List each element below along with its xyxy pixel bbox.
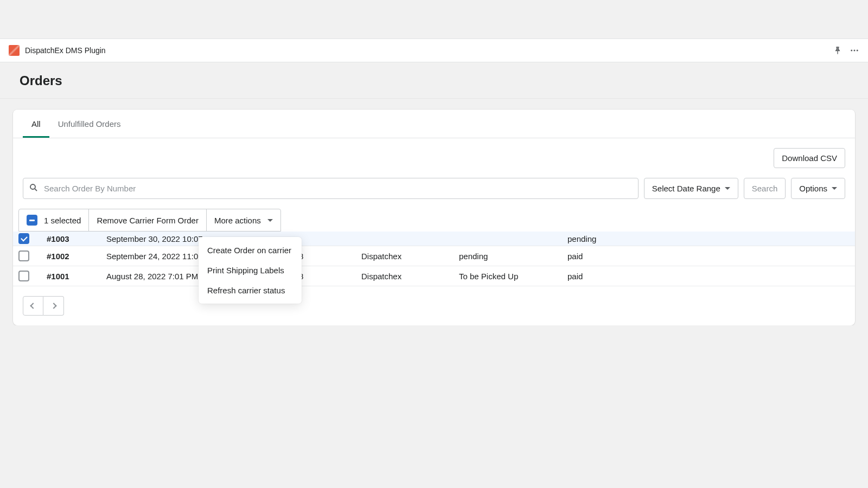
table-row[interactable]: #1001 August 28, 2022 7:01 PM 2012290498…: [13, 266, 855, 286]
menu-item-print-labels[interactable]: Print Shipping Labels: [199, 260, 302, 280]
options-label: Options: [799, 184, 827, 193]
options-button[interactable]: Options: [791, 178, 845, 199]
table-row[interactable]: #1002 September 24, 2022 11:0 2012290508…: [13, 246, 855, 266]
search-icon: [29, 183, 39, 194]
select-date-range-label: Select Date Range: [652, 184, 720, 193]
menu-item-refresh-status[interactable]: Refresh carrier status: [199, 280, 302, 300]
more-actions-button[interactable]: More actions: [207, 209, 280, 231]
order-payment: paid: [567, 272, 850, 281]
select-date-range-button[interactable]: Select Date Range: [644, 178, 738, 199]
app-title: DispatchEx DMS Plugin: [25, 46, 106, 55]
page-header: Orders: [0, 62, 868, 99]
svg-point-2: [857, 50, 858, 52]
bulk-select-cell: 1 selected: [19, 209, 89, 231]
search-button[interactable]: Search: [744, 178, 786, 199]
search-row: Select Date Range Search Options: [13, 168, 855, 209]
topbar-right: [833, 46, 859, 55]
chevron-right-icon: [50, 303, 56, 309]
order-id: #1001: [47, 272, 106, 281]
next-page-button[interactable]: [43, 296, 64, 316]
chevron-down-icon: [832, 187, 837, 190]
order-id: #1002: [47, 252, 106, 261]
chevron-left-icon: [30, 303, 36, 309]
topbar-left: DispatchEx DMS Plugin: [9, 45, 106, 56]
app-logo-icon: [9, 45, 20, 56]
svg-point-3: [30, 184, 35, 189]
selected-count-label: 1 selected: [44, 216, 81, 225]
order-carrier: Dispatchex: [361, 252, 459, 261]
chevron-down-icon: [725, 187, 730, 190]
search-input-wrap: [23, 178, 639, 199]
order-id: #1003: [47, 234, 106, 243]
row-checkbox[interactable]: [18, 251, 29, 261]
order-status: pending: [459, 252, 567, 261]
svg-point-0: [851, 50, 852, 52]
svg-line-4: [35, 189, 37, 191]
tab-unfulfilled[interactable]: Unfulfilled Orders: [49, 110, 130, 138]
row-checkbox[interactable]: [18, 271, 29, 281]
pagination: [13, 286, 855, 325]
bulk-actions-wrap: 1 selected Remove Carrier Form Order Mor…: [13, 209, 855, 286]
order-payment: pending: [567, 234, 850, 243]
more-actions-label: More actions: [214, 216, 261, 225]
bulk-actions-bar: 1 selected Remove Carrier Form Order Mor…: [18, 209, 281, 232]
menu-item-create-order[interactable]: Create Order on carrier: [199, 240, 302, 260]
page-title: Orders: [20, 73, 848, 88]
orders-card: All Unfulfilled Orders Download CSV Sele…: [13, 110, 855, 325]
order-payment: paid: [567, 252, 850, 261]
tab-all[interactable]: All: [23, 110, 49, 138]
chevron-down-icon: [267, 219, 273, 222]
table-row[interactable]: #1003 September 30, 2022 10:07 pending: [13, 232, 855, 246]
prev-page-button[interactable]: [23, 296, 43, 316]
svg-point-1: [854, 50, 856, 52]
row-checkbox[interactable]: [18, 233, 29, 244]
search-input[interactable]: [42, 178, 633, 198]
pin-icon[interactable]: [833, 46, 842, 55]
more-menu-icon[interactable]: [850, 46, 859, 55]
orders-table-body: #1003 September 30, 2022 10:07 pending #…: [13, 232, 855, 286]
more-actions-dropdown: Create Order on carrier Print Shipping L…: [199, 237, 302, 304]
download-csv-button[interactable]: Download CSV: [774, 148, 845, 168]
order-status: To be Picked Up: [459, 272, 567, 281]
remove-carrier-button[interactable]: Remove Carrier Form Order: [89, 209, 207, 231]
order-carrier: Dispatchex: [361, 272, 459, 281]
toolbar-top: Download CSV: [13, 138, 855, 168]
app-topbar: DispatchEx DMS Plugin: [0, 38, 868, 62]
select-all-checkbox-mixed[interactable]: [27, 215, 37, 226]
tabs: All Unfulfilled Orders: [13, 110, 855, 138]
